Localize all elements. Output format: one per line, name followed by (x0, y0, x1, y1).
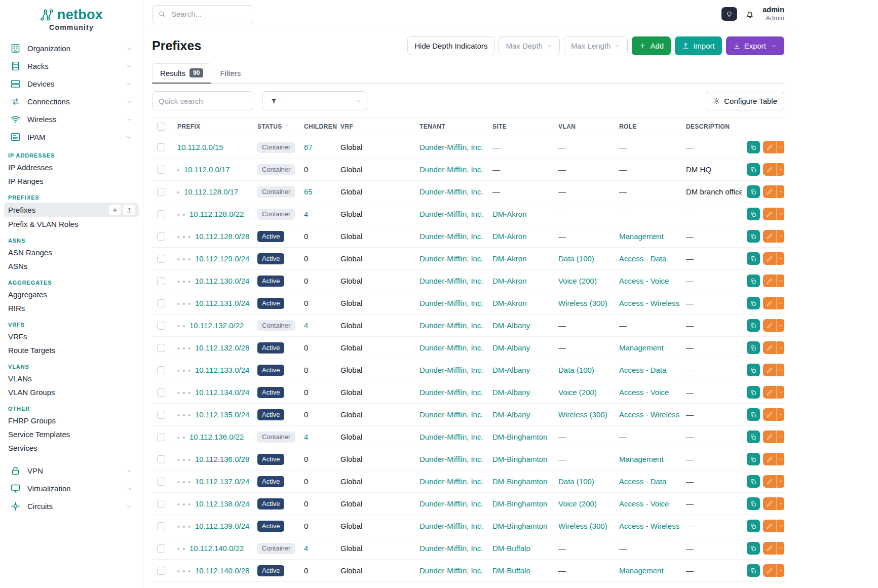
sidebar-item-service-templates[interactable]: Service Templates (0, 427, 143, 441)
tenant-link[interactable]: Dunder-Mifflin, Inc. (419, 388, 483, 397)
copy-button[interactable] (747, 453, 760, 465)
vlan-link[interactable]: Data (100) (558, 366, 594, 374)
copy-button[interactable] (747, 520, 760, 532)
sidebar-item-services[interactable]: Services (0, 441, 143, 455)
edit-button[interactable] (763, 141, 776, 153)
tab-results[interactable]: Results 90 (152, 63, 211, 84)
sidebar-item-asn-ranges[interactable]: ASN Ranges (0, 246, 143, 259)
copy-button[interactable] (747, 230, 760, 243)
edit-dropdown-button[interactable] (776, 453, 784, 465)
edit-dropdown-button[interactable] (776, 364, 784, 376)
edit-button[interactable] (763, 497, 776, 510)
edit-button[interactable] (763, 453, 776, 465)
edit-dropdown-button[interactable] (776, 564, 784, 577)
edit-button[interactable] (763, 430, 776, 443)
row-checkbox[interactable] (157, 166, 165, 174)
edit-button[interactable] (763, 163, 776, 176)
edit-dropdown-button[interactable] (776, 163, 784, 176)
global-search[interactable] (152, 5, 253, 23)
row-checkbox[interactable] (157, 478, 165, 486)
copy-button[interactable] (747, 275, 760, 287)
edit-button[interactable] (763, 341, 776, 354)
max-length-dropdown[interactable]: Max Length (564, 36, 628, 55)
role-link[interactable]: Management (619, 566, 664, 575)
edit-dropdown-button[interactable] (776, 386, 784, 399)
prefix-link[interactable]: 10.112.130.0/24 (195, 277, 249, 285)
sidebar-item-route-targets[interactable]: Route Targets (0, 343, 143, 357)
sidebar-item-wireless[interactable]: Wireless (0, 110, 143, 128)
edit-button[interactable] (763, 542, 776, 555)
site-link[interactable]: DM-Binghamton (492, 477, 547, 486)
sidebar-quick-add-button[interactable] (109, 205, 121, 215)
tenant-link[interactable]: Dunder-Mifflin, Inc. (419, 165, 483, 174)
site-link[interactable]: DM-Albany (492, 343, 530, 352)
site-link[interactable]: DM-Akron (492, 254, 527, 263)
prefix-link[interactable]: 10.112.128.0/22 (189, 210, 244, 218)
children-count-link[interactable]: 4 (304, 321, 308, 330)
prefix-link[interactable]: 10.112.140.0/28 (195, 566, 249, 575)
edit-button[interactable] (763, 208, 776, 220)
sidebar-item-virtualization[interactable]: Virtualization (0, 480, 143, 497)
vlan-link[interactable]: Data (100) (558, 254, 594, 263)
edit-dropdown-button[interactable] (776, 297, 784, 309)
sidebar-item-devices[interactable]: Devices (0, 75, 143, 93)
vlan-link[interactable]: Wireless (300) (558, 522, 607, 530)
role-link[interactable]: Management (619, 455, 664, 463)
configure-table-button[interactable]: Configure Table (706, 92, 784, 110)
row-checkbox[interactable] (157, 433, 165, 441)
prefix-link[interactable]: 10.112.137.0/24 (195, 477, 249, 486)
edit-dropdown-button[interactable] (776, 230, 784, 243)
tenant-link[interactable]: Dunder-Mifflin, Inc. (419, 232, 483, 241)
prefix-link[interactable]: 10.112.129.0/24 (195, 254, 249, 263)
edit-button[interactable] (763, 386, 776, 399)
vlan-link[interactable]: Voice (200) (558, 499, 597, 508)
edit-dropdown-button[interactable] (776, 497, 784, 510)
children-count-link[interactable]: 65 (304, 187, 313, 196)
row-checkbox[interactable] (157, 522, 165, 530)
tenant-link[interactable]: Dunder-Mifflin, Inc. (419, 187, 483, 196)
prefix-link[interactable]: 10.112.139.0/24 (195, 522, 249, 530)
copy-button[interactable] (747, 430, 760, 443)
column-header-vrf[interactable]: VRF (335, 117, 414, 136)
copy-button[interactable] (747, 542, 760, 555)
site-link[interactable]: DM-Buffalo (492, 566, 530, 575)
role-link[interactable]: Access - Wireless (619, 410, 679, 419)
tenant-link[interactable]: Dunder-Mifflin, Inc. (419, 343, 483, 352)
copy-button[interactable] (747, 185, 760, 198)
sidebar-item-vlan-groups[interactable]: VLAN Groups (0, 385, 143, 399)
row-checkbox[interactable] (157, 255, 165, 263)
role-link[interactable]: Management (619, 232, 664, 241)
edit-button[interactable] (763, 408, 776, 421)
edit-dropdown-button[interactable] (776, 208, 784, 220)
sidebar-item-ip-ranges[interactable]: IP Ranges (0, 174, 143, 188)
tenant-link[interactable]: Dunder-Mifflin, Inc. (419, 499, 483, 508)
tenant-link[interactable]: Dunder-Mifflin, Inc. (419, 566, 483, 575)
sidebar-item-prefixes[interactable]: Prefixes (4, 203, 139, 217)
sidebar-item-organization[interactable]: Organization (0, 40, 143, 57)
edit-button[interactable] (763, 275, 776, 287)
children-count-link[interactable]: 67 (304, 143, 313, 151)
site-link[interactable]: DM-Binghamton (492, 522, 547, 530)
prefix-link[interactable]: 10.112.134.0/24 (195, 388, 249, 397)
hide-depth-indicators-button[interactable]: Hide Depth Indicators (407, 36, 494, 55)
filter-button[interactable] (262, 91, 285, 110)
row-checkbox[interactable] (157, 366, 165, 374)
edit-dropdown-button[interactable] (776, 542, 784, 555)
quick-search-input[interactable] (152, 91, 253, 110)
sidebar-item-vlans[interactable]: VLANs (0, 372, 143, 385)
prefix-link[interactable]: 10.112.132.0/22 (189, 321, 244, 330)
copy-button[interactable] (747, 497, 760, 510)
edit-button[interactable] (763, 230, 776, 243)
select-all-checkbox[interactable] (157, 123, 165, 131)
tenant-link[interactable]: Dunder-Mifflin, Inc. (419, 321, 483, 330)
children-count-link[interactable]: 4 (304, 433, 308, 441)
global-search-input[interactable] (170, 9, 247, 19)
edit-dropdown-button[interactable] (776, 319, 784, 332)
tenant-link[interactable]: Dunder-Mifflin, Inc. (419, 254, 483, 263)
row-checkbox[interactable] (157, 210, 165, 218)
row-checkbox[interactable] (157, 388, 165, 397)
edit-button[interactable] (763, 319, 776, 332)
max-depth-dropdown[interactable]: Max Depth (499, 36, 560, 55)
prefix-link[interactable]: 10.112.0.0/15 (177, 143, 223, 151)
site-link[interactable]: DM-Albany (492, 321, 530, 330)
